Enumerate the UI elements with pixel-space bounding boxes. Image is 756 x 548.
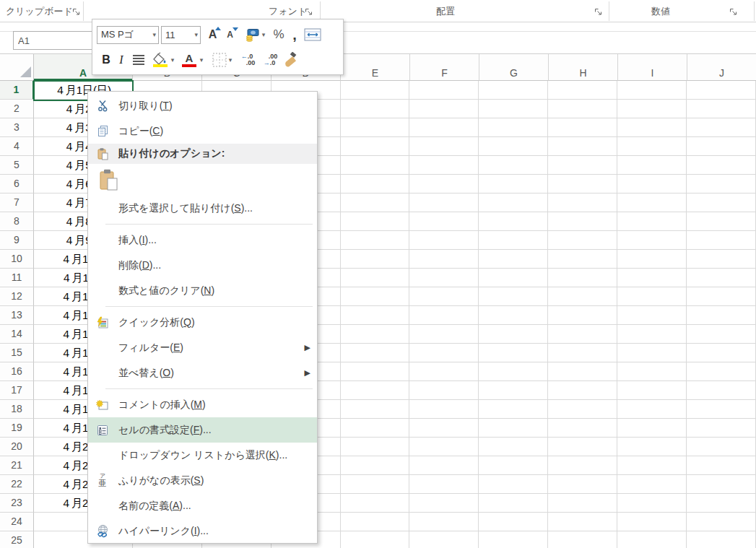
format-painter-button[interactable]	[282, 50, 303, 70]
cell[interactable]	[479, 250, 548, 269]
percent-style-button[interactable]: %	[269, 25, 288, 45]
cell[interactable]	[687, 362, 756, 381]
dialog-launcher-alignment-icon[interactable]	[594, 6, 604, 17]
menu-item-pick-from-dropdown[interactable]: ドロップダウン リストから選択(K)...	[88, 443, 317, 468]
menu-item-define-name[interactable]: 名前の定義(A)...	[88, 493, 317, 518]
cell[interactable]	[687, 438, 756, 456]
bold-button[interactable]: B	[98, 50, 114, 70]
borders-button[interactable]: ▾	[207, 50, 237, 70]
cell[interactable]	[341, 81, 410, 100]
cell[interactable]	[617, 250, 687, 269]
cell[interactable]	[341, 513, 410, 531]
cell[interactable]	[617, 344, 687, 362]
comma-style-button[interactable]: ,	[288, 25, 301, 45]
menu-item-quick-analysis[interactable]: クイック分析(Q)	[88, 310, 317, 335]
row-header[interactable]: 18	[0, 400, 34, 419]
cell[interactable]	[617, 81, 687, 100]
dialog-launcher-clipboard-icon[interactable]	[71, 6, 82, 17]
menu-item-filter[interactable]: フィルター(E) ▶	[88, 335, 317, 360]
row-header[interactable]: 17	[0, 381, 34, 400]
cell[interactable]	[617, 400, 687, 419]
cell[interactable]	[687, 513, 756, 531]
menu-item-copy[interactable]: コピー(C)	[88, 118, 317, 144]
merge-center-button[interactable]	[301, 25, 324, 45]
cell[interactable]	[409, 81, 479, 100]
cell[interactable]	[687, 531, 756, 548]
cell[interactable]	[479, 325, 548, 344]
cell[interactable]	[617, 513, 687, 531]
cell[interactable]	[409, 137, 479, 156]
row-header[interactable]: 10	[0, 250, 34, 269]
row-header[interactable]: 19	[0, 419, 34, 438]
cell[interactable]	[548, 494, 617, 513]
row-header[interactable]: 21	[0, 456, 34, 475]
cell[interactable]	[548, 400, 617, 419]
cell[interactable]	[548, 269, 617, 287]
row-header[interactable]: 3	[0, 118, 34, 137]
cell[interactable]	[548, 287, 617, 306]
cell[interactable]	[479, 456, 548, 475]
cell[interactable]	[548, 81, 617, 100]
decrease-font-size-button[interactable]: A	[222, 25, 238, 45]
cell[interactable]	[548, 419, 617, 438]
cell[interactable]	[341, 193, 410, 212]
cell[interactable]	[409, 344, 479, 362]
cell[interactable]	[409, 250, 479, 269]
cell[interactable]	[479, 344, 548, 362]
row-header[interactable]: 11	[0, 269, 34, 287]
cell[interactable]	[409, 269, 479, 287]
cell[interactable]	[617, 287, 687, 306]
cell[interactable]	[341, 118, 410, 137]
cell[interactable]	[548, 344, 617, 362]
row-header[interactable]: 6	[0, 175, 34, 193]
cell[interactable]	[409, 231, 479, 250]
menu-item-paste-special[interactable]: 形式を選択して貼り付け(S)...	[88, 196, 317, 221]
menu-item-insert-comment[interactable]: コメントの挿入(M)	[88, 392, 317, 417]
row-header[interactable]: 5	[0, 156, 34, 175]
cell[interactable]	[617, 269, 687, 287]
cell[interactable]	[409, 156, 479, 175]
increase-font-size-button[interactable]: A	[204, 25, 222, 45]
cell[interactable]	[617, 212, 687, 231]
cell[interactable]	[617, 175, 687, 193]
cell[interactable]	[548, 212, 617, 231]
font-name-combobox[interactable]: MS Pゴ ▾	[97, 26, 159, 44]
cell[interactable]	[617, 193, 687, 212]
menu-item-show-furigana[interactable]: ア亜 ふりがなの表示(S)	[88, 468, 317, 493]
cell[interactable]	[341, 100, 410, 118]
cell[interactable]	[687, 156, 756, 175]
cell[interactable]	[341, 231, 410, 250]
column-header[interactable]: E	[341, 54, 410, 81]
cell[interactable]	[687, 269, 756, 287]
cell[interactable]	[617, 231, 687, 250]
cell[interactable]	[687, 81, 756, 100]
cell[interactable]	[479, 381, 548, 400]
cell[interactable]	[479, 306, 548, 325]
cell[interactable]	[479, 100, 548, 118]
center-align-button[interactable]	[129, 50, 149, 70]
cell[interactable]	[341, 269, 410, 287]
fill-color-button[interactable]: ▾	[149, 50, 178, 70]
row-header[interactable]: 13	[0, 306, 34, 325]
menu-item-clear-contents[interactable]: 数式と値のクリア(N)	[88, 278, 317, 303]
row-header[interactable]: 7	[0, 193, 34, 212]
cell[interactable]	[687, 137, 756, 156]
cell[interactable]	[409, 118, 479, 137]
increase-decimal-button[interactable]: .00 →.0	[259, 50, 282, 70]
decrease-decimal-button[interactable]: ←.0 .00	[237, 50, 259, 70]
cell[interactable]	[687, 193, 756, 212]
cell[interactable]	[548, 137, 617, 156]
cell[interactable]	[617, 438, 687, 456]
cell[interactable]	[479, 269, 548, 287]
cell[interactable]	[409, 100, 479, 118]
cell[interactable]	[548, 175, 617, 193]
row-header[interactable]: 24	[0, 513, 34, 531]
cell[interactable]	[479, 362, 548, 381]
cell[interactable]	[479, 438, 548, 456]
cell[interactable]	[548, 156, 617, 175]
cell[interactable]	[341, 494, 410, 513]
cell[interactable]	[617, 137, 687, 156]
dialog-launcher-number-icon[interactable]	[729, 6, 739, 17]
cell[interactable]	[687, 231, 756, 250]
cell[interactable]	[548, 231, 617, 250]
